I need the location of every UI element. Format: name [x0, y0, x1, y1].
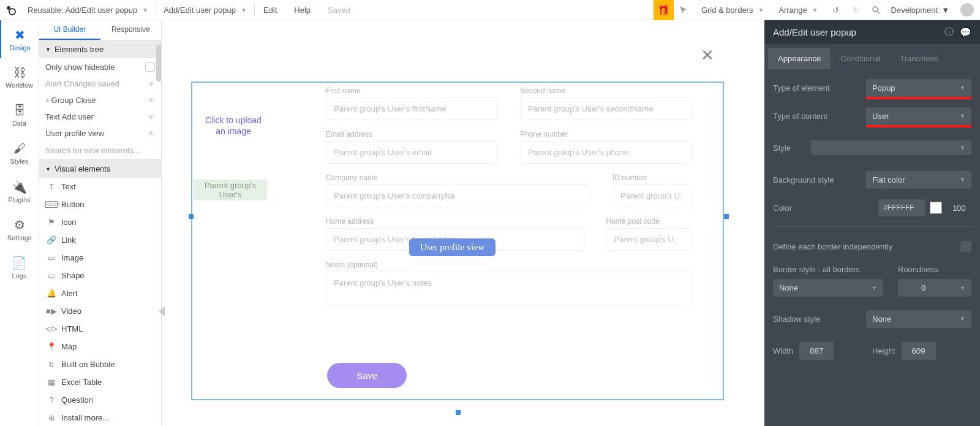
pointer-icon[interactable]	[674, 0, 694, 20]
element-excel[interactable]: ▦Excel Table	[39, 373, 161, 391]
selection-handle[interactable]	[724, 214, 729, 219]
page-dropdown[interactable]: Add/Edit user popup ▼	[156, 0, 254, 20]
search-icon[interactable]	[866, 0, 886, 20]
element-html[interactable]: </>HTML	[39, 320, 161, 338]
save-button[interactable]: Save	[327, 363, 407, 388]
data-icon: 🗄	[13, 104, 26, 118]
homeaddr-label: Home address	[326, 217, 584, 226]
secondname-label: Second name	[520, 86, 692, 95]
notes-input[interactable]: Parent group's User's notes	[326, 272, 692, 307]
reusable-dropdown[interactable]: Reusable: Add/Edit user popup ▼	[20, 0, 156, 20]
workflow-icon: ⛓	[13, 66, 26, 80]
height-input[interactable]	[902, 342, 936, 360]
bg-style-select[interactable]: Flat color▼	[866, 171, 971, 189]
border-indep-checkbox[interactable]	[960, 241, 971, 252]
element-text[interactable]: TText	[39, 178, 161, 196]
company-input[interactable]: Parent group's User's companyNa	[326, 184, 590, 207]
shadow-select[interactable]: None▼	[866, 310, 971, 328]
plugins-icon: 🔌	[12, 180, 27, 194]
gift-icon[interactable]: 🎁	[654, 0, 674, 20]
element-install-more[interactable]: ⊕Install more...	[39, 409, 161, 426]
width-input[interactable]	[799, 342, 834, 360]
redo-icon[interactable]: ↻	[846, 0, 866, 20]
tree-item[interactable]: +Group Close👁	[39, 92, 161, 108]
grid-borders-dropdown[interactable]: Grid & borders ▼	[694, 0, 771, 20]
settings-tab[interactable]: ⚙Settings	[0, 210, 39, 248]
popup-element[interactable]: ✕ Click to upload an image Parent group'…	[191, 82, 724, 400]
pin-icon: 📍	[45, 342, 58, 351]
close-icon[interactable]: ✕	[701, 46, 714, 65]
element-question[interactable]: ?Question	[39, 391, 161, 409]
visual-elements-header[interactable]: ▼Visual elements	[39, 160, 161, 178]
bubble-logo[interactable]	[0, 0, 20, 20]
design-tab[interactable]: ✖Design	[0, 20, 39, 58]
element-alert[interactable]: 🔔Alert	[39, 284, 161, 302]
elements-tree-header[interactable]: ▼Elements tree	[39, 40, 161, 58]
color-swatch[interactable]	[930, 202, 942, 214]
bg-style-label: Background style	[773, 175, 866, 184]
upload-image[interactable]: Click to upload an image	[200, 115, 267, 137]
element-bubble[interactable]: bBuilt on Bubble	[39, 356, 161, 373]
width-label: Width	[773, 346, 793, 356]
only-show-hideable[interactable]: Only show hideable	[39, 58, 161, 75]
eye-icon[interactable]: 👁	[148, 113, 155, 121]
roundness-select[interactable]: 0▼	[898, 279, 971, 297]
element-link[interactable]: 🔗Link	[39, 231, 161, 249]
type-element-select[interactable]: Popup▼	[866, 79, 971, 97]
workflow-tab[interactable]: ⛓Workflow	[0, 58, 39, 96]
undo-icon[interactable]: ↺	[826, 0, 846, 20]
data-tab[interactable]: 🗄Data	[0, 96, 39, 134]
element-search[interactable]: Search for new elements...	[39, 142, 161, 160]
style-select[interactable]: ▼	[811, 140, 971, 155]
border-style-select[interactable]: None▼	[773, 279, 883, 297]
plugins-tab[interactable]: 🔌Plugins	[0, 172, 39, 210]
ui-builder-tab[interactable]: UI Builder	[39, 20, 100, 40]
element-shape[interactable]: ▭Shape	[39, 267, 161, 284]
email-input[interactable]: Parent group's User's email	[326, 141, 498, 164]
info-icon[interactable]: ⓘ	[944, 26, 954, 38]
type-content-select[interactable]: User▼	[866, 107, 971, 125]
firstname-input[interactable]: Parent group's User's firstName	[326, 97, 498, 120]
comment-icon[interactable]: 💬	[960, 27, 971, 38]
help-menu[interactable]: Help	[285, 6, 319, 15]
homepost-input[interactable]: Parent group's U:	[606, 228, 693, 251]
color-opacity[interactable]: 100	[947, 203, 971, 213]
responsive-tab[interactable]: Responsive	[100, 20, 162, 40]
element-map[interactable]: 📍Map	[39, 338, 161, 356]
appearance-tab[interactable]: Appearance	[768, 48, 831, 69]
form: First nameParent group's User's firstNam…	[326, 86, 692, 317]
canvas[interactable]: ✕ Click to upload an image Parent group'…	[170, 20, 746, 426]
environment-dropdown[interactable]: Development ▼	[886, 6, 954, 15]
eye-icon[interactable]: 👁	[148, 129, 155, 138]
element-button[interactable]: CLICKButton	[39, 196, 161, 213]
tree-item[interactable]: Text Add user👁	[39, 108, 161, 125]
logs-tab[interactable]: 📄Logs	[0, 248, 39, 286]
secondname-input[interactable]: Parent group's User's secondName	[520, 97, 692, 120]
transitions-tab[interactable]: Transitions	[890, 48, 948, 69]
element-video[interactable]: ■▶Video	[39, 302, 161, 320]
shadow-label: Shadow style	[773, 314, 866, 324]
element-image[interactable]: ▭Image	[39, 249, 161, 267]
eye-icon[interactable]: 👁	[148, 80, 155, 88]
styles-tab[interactable]: 🖌Styles	[0, 134, 39, 172]
selection-handle[interactable]	[189, 214, 194, 219]
conditional-tab[interactable]: Conditional	[831, 48, 890, 69]
scrollbar[interactable]	[156, 45, 161, 82]
eye-icon[interactable]: 👁	[148, 96, 155, 105]
user-avatar[interactable]	[960, 3, 974, 17]
tree-item[interactable]: Alert Changes saved👁	[39, 75, 161, 92]
edit-menu[interactable]: Edit	[255, 6, 285, 15]
idnum-input[interactable]: Parent group's U:	[612, 184, 692, 207]
bubble-icon: b	[45, 360, 58, 369]
element-icon[interactable]: ⚑Icon	[39, 213, 161, 231]
type-content-label: Type of content	[773, 112, 866, 121]
checkbox[interactable]	[145, 62, 155, 72]
style-label: Style	[773, 143, 811, 153]
element-list: TText CLICKButton ⚑Icon 🔗Link ▭Image ▭Sh…	[39, 178, 161, 426]
phone-input[interactable]: Parent group's User's phone	[520, 141, 692, 164]
tree-item[interactable]: User profile view👁	[39, 125, 161, 142]
selection-handle[interactable]	[456, 410, 461, 415]
color-hex-input[interactable]: #FFFFFF	[878, 199, 925, 216]
arrange-dropdown[interactable]: Arrange ▼	[771, 0, 825, 20]
user-profile-view-badge[interactable]: User profile view	[409, 238, 496, 256]
